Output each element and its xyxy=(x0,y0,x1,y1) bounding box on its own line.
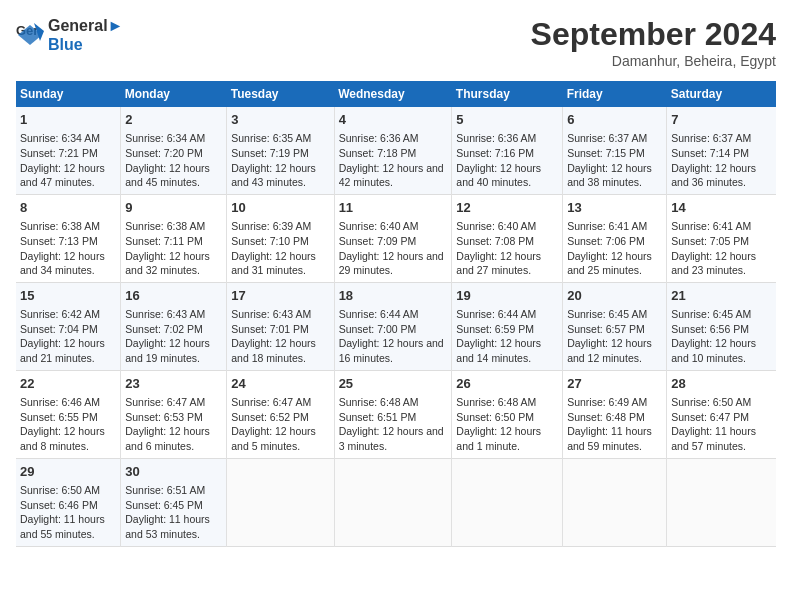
daylight: Daylight: 12 hours and 32 minutes. xyxy=(125,250,210,277)
daylight: Daylight: 12 hours and 14 minutes. xyxy=(456,337,541,364)
calendar-cell: 19Sunrise: 6:44 AMSunset: 6:59 PMDayligh… xyxy=(452,282,563,370)
daylight: Daylight: 12 hours and 16 minutes. xyxy=(339,337,444,364)
daylight: Daylight: 11 hours and 59 minutes. xyxy=(567,425,652,452)
sunset: Sunset: 7:20 PM xyxy=(125,147,203,159)
day-number: 7 xyxy=(671,111,772,129)
sunset: Sunset: 7:16 PM xyxy=(456,147,534,159)
day-number: 3 xyxy=(231,111,329,129)
sunrise: Sunrise: 6:43 AM xyxy=(125,308,205,320)
calendar-cell: 27Sunrise: 6:49 AMSunset: 6:48 PMDayligh… xyxy=(563,370,667,458)
daylight: Daylight: 12 hours and 45 minutes. xyxy=(125,162,210,189)
day-number: 29 xyxy=(20,463,116,481)
day-number: 14 xyxy=(671,199,772,217)
calendar-cell: 15Sunrise: 6:42 AMSunset: 7:04 PMDayligh… xyxy=(16,282,121,370)
title-block: September 2024 Damanhur, Beheira, Egypt xyxy=(531,16,776,69)
sunrise: Sunrise: 6:34 AM xyxy=(20,132,100,144)
col-header-friday: Friday xyxy=(563,81,667,107)
sunrise: Sunrise: 6:38 AM xyxy=(125,220,205,232)
sunset: Sunset: 6:50 PM xyxy=(456,411,534,423)
day-number: 19 xyxy=(456,287,558,305)
sunset: Sunset: 7:06 PM xyxy=(567,235,645,247)
calendar-cell: 9Sunrise: 6:38 AMSunset: 7:11 PMDaylight… xyxy=(121,194,227,282)
calendar-cell: 16Sunrise: 6:43 AMSunset: 7:02 PMDayligh… xyxy=(121,282,227,370)
daylight: Daylight: 12 hours and 23 minutes. xyxy=(671,250,756,277)
sunrise: Sunrise: 6:45 AM xyxy=(671,308,751,320)
calendar-cell: 22Sunrise: 6:46 AMSunset: 6:55 PMDayligh… xyxy=(16,370,121,458)
sunset: Sunset: 6:45 PM xyxy=(125,499,203,511)
sunset: Sunset: 6:56 PM xyxy=(671,323,749,335)
calendar-cell: 10Sunrise: 6:39 AMSunset: 7:10 PMDayligh… xyxy=(227,194,334,282)
calendar-cell: 5Sunrise: 6:36 AMSunset: 7:16 PMDaylight… xyxy=(452,107,563,194)
calendar-cell xyxy=(227,458,334,546)
sunset: Sunset: 7:18 PM xyxy=(339,147,417,159)
daylight: Daylight: 12 hours and 27 minutes. xyxy=(456,250,541,277)
daylight: Daylight: 12 hours and 43 minutes. xyxy=(231,162,316,189)
sunrise: Sunrise: 6:40 AM xyxy=(456,220,536,232)
daylight: Daylight: 12 hours and 5 minutes. xyxy=(231,425,316,452)
day-number: 22 xyxy=(20,375,116,393)
daylight: Daylight: 12 hours and 10 minutes. xyxy=(671,337,756,364)
sunrise: Sunrise: 6:45 AM xyxy=(567,308,647,320)
sunset: Sunset: 6:57 PM xyxy=(567,323,645,335)
sunset: Sunset: 7:13 PM xyxy=(20,235,98,247)
col-header-wednesday: Wednesday xyxy=(334,81,452,107)
day-number: 2 xyxy=(125,111,222,129)
day-number: 1 xyxy=(20,111,116,129)
col-header-saturday: Saturday xyxy=(667,81,776,107)
daylight: Daylight: 12 hours and 12 minutes. xyxy=(567,337,652,364)
sunset: Sunset: 7:14 PM xyxy=(671,147,749,159)
calendar-cell: 18Sunrise: 6:44 AMSunset: 7:00 PMDayligh… xyxy=(334,282,452,370)
day-number: 9 xyxy=(125,199,222,217)
sunrise: Sunrise: 6:38 AM xyxy=(20,220,100,232)
sunrise: Sunrise: 6:49 AM xyxy=(567,396,647,408)
sunrise: Sunrise: 6:51 AM xyxy=(125,484,205,496)
calendar-cell: 8Sunrise: 6:38 AMSunset: 7:13 PMDaylight… xyxy=(16,194,121,282)
sunset: Sunset: 7:01 PM xyxy=(231,323,309,335)
col-header-sunday: Sunday xyxy=(16,81,121,107)
sunrise: Sunrise: 6:47 AM xyxy=(231,396,311,408)
sunrise: Sunrise: 6:50 AM xyxy=(671,396,751,408)
calendar-cell: 28Sunrise: 6:50 AMSunset: 6:47 PMDayligh… xyxy=(667,370,776,458)
day-number: 15 xyxy=(20,287,116,305)
location-subtitle: Damanhur, Beheira, Egypt xyxy=(531,53,776,69)
calendar-cell: 4Sunrise: 6:36 AMSunset: 7:18 PMDaylight… xyxy=(334,107,452,194)
calendar-cell xyxy=(334,458,452,546)
calendar-cell: 1Sunrise: 6:34 AMSunset: 7:21 PMDaylight… xyxy=(16,107,121,194)
daylight: Daylight: 11 hours and 55 minutes. xyxy=(20,513,105,540)
calendar-cell xyxy=(563,458,667,546)
calendar-cell: 14Sunrise: 6:41 AMSunset: 7:05 PMDayligh… xyxy=(667,194,776,282)
daylight: Daylight: 12 hours and 36 minutes. xyxy=(671,162,756,189)
page-header: Gen General► Blue September 2024 Damanhu… xyxy=(16,16,776,69)
calendar-cell xyxy=(452,458,563,546)
day-number: 8 xyxy=(20,199,116,217)
day-number: 17 xyxy=(231,287,329,305)
daylight: Daylight: 12 hours and 25 minutes. xyxy=(567,250,652,277)
day-number: 13 xyxy=(567,199,662,217)
sunrise: Sunrise: 6:41 AM xyxy=(567,220,647,232)
day-number: 24 xyxy=(231,375,329,393)
day-number: 5 xyxy=(456,111,558,129)
sunset: Sunset: 7:05 PM xyxy=(671,235,749,247)
calendar-cell: 6Sunrise: 6:37 AMSunset: 7:15 PMDaylight… xyxy=(563,107,667,194)
day-number: 11 xyxy=(339,199,448,217)
calendar-cell: 7Sunrise: 6:37 AMSunset: 7:14 PMDaylight… xyxy=(667,107,776,194)
day-number: 10 xyxy=(231,199,329,217)
sunrise: Sunrise: 6:50 AM xyxy=(20,484,100,496)
sunset: Sunset: 7:02 PM xyxy=(125,323,203,335)
col-header-thursday: Thursday xyxy=(452,81,563,107)
calendar-cell: 26Sunrise: 6:48 AMSunset: 6:50 PMDayligh… xyxy=(452,370,563,458)
sunset: Sunset: 6:51 PM xyxy=(339,411,417,423)
sunset: Sunset: 7:19 PM xyxy=(231,147,309,159)
calendar-cell xyxy=(667,458,776,546)
calendar-cell: 24Sunrise: 6:47 AMSunset: 6:52 PMDayligh… xyxy=(227,370,334,458)
sunset: Sunset: 6:46 PM xyxy=(20,499,98,511)
sunrise: Sunrise: 6:47 AM xyxy=(125,396,205,408)
logo-icon: Gen xyxy=(16,21,44,49)
calendar-cell: 17Sunrise: 6:43 AMSunset: 7:01 PMDayligh… xyxy=(227,282,334,370)
sunrise: Sunrise: 6:46 AM xyxy=(20,396,100,408)
daylight: Daylight: 12 hours and 1 minute. xyxy=(456,425,541,452)
day-number: 4 xyxy=(339,111,448,129)
daylight: Daylight: 12 hours and 21 minutes. xyxy=(20,337,105,364)
sunset: Sunset: 6:47 PM xyxy=(671,411,749,423)
logo: Gen General► Blue xyxy=(16,16,123,54)
